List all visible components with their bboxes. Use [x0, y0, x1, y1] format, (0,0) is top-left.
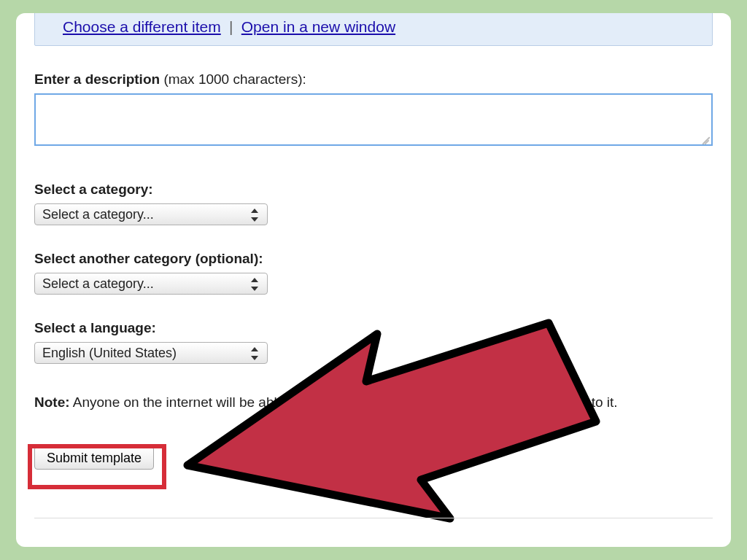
category-select[interactable]: Select a category... [34, 203, 268, 225]
open-new-window-link[interactable]: Open in a new window [241, 18, 395, 35]
category2-select[interactable]: Select a category... [34, 273, 268, 295]
category2-label: Select another category (optional): [34, 251, 263, 266]
info-banner: Choose a different item | Open in a new … [34, 13, 713, 46]
description-input[interactable] [34, 93, 713, 146]
category2-section: Select another category (optional): Sele… [34, 251, 268, 295]
chevron-updown-icon [251, 346, 260, 362]
note-section: Note: Anyone on the internet will be abl… [34, 392, 713, 413]
description-label-suffix: (max 1000 characters): [160, 71, 306, 87]
divider [34, 518, 713, 518]
chevron-updown-icon [251, 276, 260, 292]
description-label: Enter a description [34, 71, 160, 87]
page-frame: Choose a different item | Open in a new … [16, 13, 731, 547]
submit-section: Submit template [34, 446, 154, 470]
description-section: Enter a description (max 1000 characters… [34, 71, 713, 146]
language-section: Select a language: English (United State… [34, 320, 268, 364]
language-select-value: English (United States) [42, 346, 177, 361]
choose-different-item-link[interactable]: Choose a different item [63, 18, 221, 35]
language-label: Select a language: [34, 320, 156, 335]
category-section: Select a category: Select a category... [34, 182, 268, 225]
category-label: Select a category: [34, 182, 153, 197]
submit-template-button[interactable]: Submit template [34, 446, 154, 470]
category-select-value: Select a category... [42, 207, 154, 222]
description-wrap [34, 93, 713, 146]
banner-separator: | [225, 18, 237, 35]
language-select[interactable]: English (United States) [34, 342, 268, 364]
note-label: Note: [34, 394, 70, 410]
form-content: Choose a different item | Open in a new … [34, 13, 713, 547]
note-text: Anyone on the internet will be able to f… [70, 394, 618, 410]
category2-select-value: Select a category... [42, 276, 154, 292]
chevron-updown-icon [251, 207, 260, 223]
